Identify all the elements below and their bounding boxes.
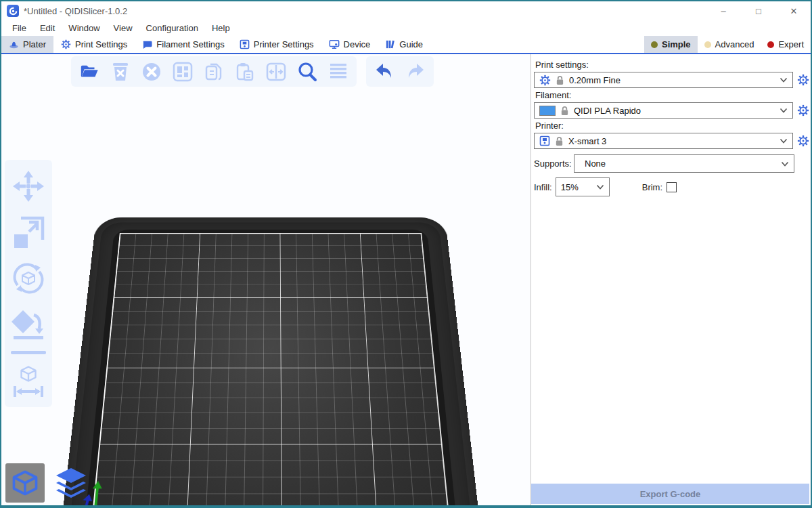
print-settings-label: Print settings: — [535, 60, 808, 70]
gear-icon — [797, 74, 809, 86]
chevron-down-icon — [596, 184, 604, 190]
mode-simple[interactable]: Simple — [644, 36, 698, 53]
menu-view[interactable]: View — [107, 22, 139, 35]
gear-icon — [797, 104, 809, 117]
print-settings-value: 0.20mm Fine — [569, 75, 775, 85]
tab-label: Plater — [23, 39, 46, 49]
infill-select[interactable]: 15% — [556, 177, 610, 196]
printer-icon — [539, 135, 550, 146]
search-icon — [297, 62, 317, 82]
open-button[interactable] — [76, 59, 102, 85]
brim-label: Brim: — [642, 182, 662, 192]
mode-advanced[interactable]: Advanced — [698, 36, 761, 53]
export-gcode-button[interactable]: Export G-code — [531, 484, 809, 504]
menu-bar: File Edit Window View Configuration Help — [1, 20, 811, 36]
expert-dot-icon — [767, 41, 774, 48]
tab-filament-settings[interactable]: Filament Settings — [135, 36, 231, 53]
menu-file[interactable]: File — [5, 22, 33, 35]
filament-icon — [142, 39, 152, 49]
printer-icon — [240, 39, 250, 49]
filament-value: QIDI PLA Rapido — [574, 106, 775, 116]
app-logo-icon — [7, 5, 19, 17]
tab-plater[interactable]: Plater — [1, 36, 53, 53]
device-icon — [329, 39, 340, 49]
viewport-3d[interactable] — [1, 54, 531, 505]
supports-label: Supports: — [534, 158, 574, 169]
menu-edit[interactable]: Edit — [33, 22, 62, 35]
filament-color-swatch — [539, 106, 556, 116]
tab-label: Printer Settings — [254, 39, 314, 49]
mode-label: Advanced — [715, 39, 754, 49]
build-plate — [58, 217, 484, 505]
move-button[interactable] — [9, 167, 48, 206]
tab-label: Device — [344, 39, 371, 49]
filament-gear-button[interactable] — [796, 104, 809, 117]
left-toolbar — [5, 160, 52, 407]
layers-button[interactable] — [325, 59, 351, 85]
paste-button[interactable] — [232, 59, 258, 85]
scale-button[interactable] — [9, 213, 48, 252]
window-title: *Untitled - QIDISlicer-1.0.2 — [24, 6, 716, 16]
copy-button[interactable] — [201, 59, 227, 85]
printer-gear-button[interactable] — [796, 135, 809, 148]
app-window: *Untitled - QIDISlicer-1.0.2 – □ ✕ File … — [0, 0, 812, 508]
lock-icon — [555, 136, 564, 146]
preview-view-button[interactable] — [51, 463, 91, 503]
plater-icon — [9, 39, 19, 49]
tab-bar: Plater Print Settings Filament Settings … — [1, 36, 811, 54]
mode-label: Expert — [778, 39, 804, 49]
print-settings-gear-button[interactable] — [796, 74, 809, 87]
minimize-button[interactable]: – — [716, 6, 731, 16]
close-button[interactable]: ✕ — [786, 6, 801, 16]
print-settings-select[interactable]: 0.20mm Fine — [534, 72, 793, 88]
rotate-button[interactable] — [9, 259, 48, 298]
scale-icon — [12, 215, 45, 249]
delete-all-button[interactable] — [139, 59, 164, 85]
gear-icon — [797, 135, 809, 147]
measure-button[interactable] — [9, 361, 48, 400]
open-folder-icon — [79, 62, 99, 82]
view-toggle-bar — [5, 463, 91, 503]
settings-sidebar: Print settings: 0.20mm Fine Filament: QI… — [531, 54, 811, 505]
printer-value: X-smart 3 — [568, 136, 775, 146]
search-button[interactable] — [294, 59, 320, 85]
layers-icon — [53, 465, 89, 501]
lock-icon — [560, 106, 569, 116]
top-toolbar — [71, 56, 434, 87]
undo-button[interactable] — [371, 59, 397, 85]
title-bar: *Untitled - QIDISlicer-1.0.2 – □ ✕ — [1, 1, 811, 20]
tab-device[interactable]: Device — [321, 36, 378, 53]
tab-print-settings[interactable]: Print Settings — [53, 36, 135, 53]
tab-guide[interactable]: Guide — [378, 36, 430, 53]
delete-button[interactable] — [108, 59, 133, 85]
printer-select[interactable]: X-smart 3 — [534, 133, 793, 149]
redo-arrow-icon — [405, 62, 426, 82]
mode-expert[interactable]: Expert — [761, 36, 811, 53]
tab-printer-settings[interactable]: Printer Settings — [232, 36, 321, 53]
split-button[interactable] — [263, 59, 289, 85]
chevron-down-icon — [780, 108, 788, 113]
filament-label: Filament: — [535, 90, 808, 100]
tab-spacer — [430, 36, 644, 53]
trash-icon — [111, 62, 130, 82]
chevron-down-icon — [781, 161, 789, 167]
menu-help[interactable]: Help — [205, 22, 237, 35]
maximize-button[interactable]: □ — [751, 6, 766, 16]
filament-select[interactable]: QIDI PLA Rapido — [534, 102, 793, 119]
place-on-face-button[interactable] — [9, 305, 48, 344]
advanced-dot-icon — [704, 41, 711, 48]
editor-view-button[interactable] — [5, 463, 45, 503]
rotate-cube-icon — [11, 261, 46, 296]
supports-value: None — [579, 158, 776, 169]
tab-label: Guide — [399, 39, 423, 49]
arrange-button[interactable] — [170, 59, 196, 85]
gear-icon — [61, 39, 71, 49]
redo-button[interactable] — [403, 59, 428, 85]
toolbar-separator — [11, 351, 46, 354]
supports-select[interactable]: None — [574, 154, 794, 173]
chevron-down-icon — [780, 138, 788, 144]
measure-cube-icon — [11, 363, 46, 398]
brim-checkbox[interactable] — [667, 182, 677, 192]
menu-window[interactable]: Window — [62, 22, 106, 35]
menu-configuration[interactable]: Configuration — [139, 22, 205, 35]
